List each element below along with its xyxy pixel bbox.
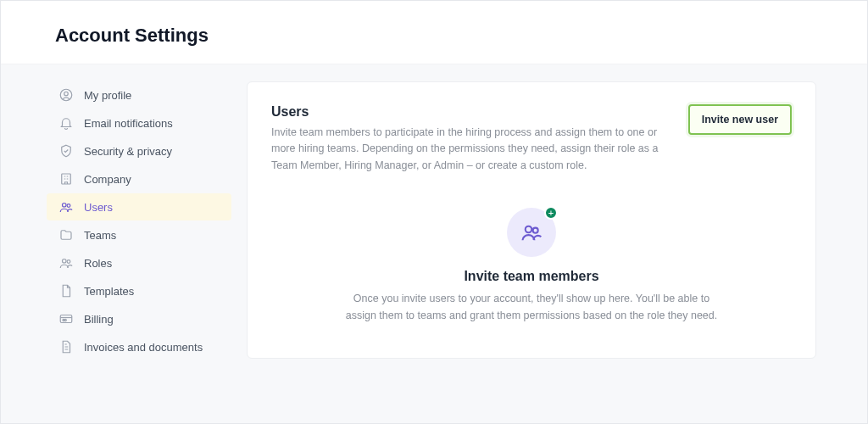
empty-state-description: Once you invite users to your account, t… bbox=[345, 291, 718, 324]
bell-icon bbox=[58, 115, 74, 131]
sidebar-item-company[interactable]: Company bbox=[47, 165, 231, 192]
sidebar-item-label: My profile bbox=[84, 89, 131, 102]
svg-point-4 bbox=[67, 204, 70, 208]
document-icon bbox=[58, 339, 74, 354]
settings-sidebar: My profile Email notifications Security … bbox=[1, 64, 238, 423]
users-icon bbox=[58, 255, 74, 271]
svg-rect-7 bbox=[60, 315, 72, 323]
empty-state-illustration: + bbox=[507, 208, 556, 257]
sidebar-item-invoices-documents[interactable]: Invoices and documents bbox=[47, 333, 231, 360]
sidebar-item-label: Roles bbox=[84, 257, 112, 270]
account-settings-page: Account Settings My profile Email notifi… bbox=[0, 0, 868, 424]
sidebar-item-label: Security & privacy bbox=[84, 145, 172, 158]
sidebar-item-email-notifications[interactable]: Email notifications bbox=[47, 109, 231, 137]
svg-point-9 bbox=[64, 319, 66, 321]
users-icon bbox=[520, 220, 543, 244]
sidebar-item-billing[interactable]: Billing bbox=[47, 305, 231, 332]
page-header: Account Settings bbox=[1, 1, 867, 64]
building-icon bbox=[58, 171, 74, 187]
sidebar-item-label: Users bbox=[84, 201, 113, 214]
users-card: Users Invite team members to participate… bbox=[247, 81, 816, 359]
sidebar-item-label: Invoices and documents bbox=[84, 341, 203, 354]
svg-point-1 bbox=[64, 92, 69, 96]
card-description: Invite team members to participate in th… bbox=[271, 125, 670, 174]
empty-state: + Invite team members Once you invite us… bbox=[271, 208, 792, 324]
sidebar-item-users[interactable]: Users bbox=[47, 193, 231, 220]
svg-point-3 bbox=[63, 204, 67, 208]
credit-card-icon bbox=[58, 311, 74, 326]
sidebar-item-security-privacy[interactable]: Security & privacy bbox=[47, 137, 231, 165]
plus-icon: + bbox=[544, 206, 558, 220]
user-circle-icon bbox=[58, 87, 74, 103]
sidebar-item-templates[interactable]: Templates bbox=[47, 277, 231, 304]
svg-point-6 bbox=[67, 260, 70, 264]
sidebar-item-label: Company bbox=[84, 173, 131, 186]
folder-icon bbox=[58, 227, 74, 243]
sidebar-item-label: Billing bbox=[84, 313, 114, 326]
main-content: Users Invite team members to participate… bbox=[238, 64, 867, 423]
card-header-text: Users Invite team members to participate… bbox=[271, 104, 670, 174]
svg-point-11 bbox=[533, 228, 538, 233]
card-title: Users bbox=[271, 104, 670, 120]
page-title: Account Settings bbox=[55, 25, 867, 47]
sidebar-item-label: Email notifications bbox=[84, 117, 173, 130]
page-body: My profile Email notifications Security … bbox=[1, 64, 867, 423]
card-header: Users Invite team members to participate… bbox=[271, 104, 792, 174]
sidebar-item-label: Teams bbox=[84, 229, 116, 242]
empty-state-title: Invite team members bbox=[271, 269, 792, 284]
svg-point-0 bbox=[60, 89, 72, 101]
svg-point-5 bbox=[63, 259, 67, 264]
sidebar-item-teams[interactable]: Teams bbox=[47, 221, 231, 248]
svg-point-10 bbox=[526, 226, 531, 232]
invite-new-user-button[interactable]: Invite new user bbox=[688, 104, 792, 135]
sidebar-item-label: Templates bbox=[84, 285, 134, 298]
users-icon bbox=[58, 199, 74, 215]
sidebar-item-roles[interactable]: Roles bbox=[47, 249, 231, 276]
file-icon bbox=[58, 283, 74, 298]
sidebar-list: My profile Email notifications Security … bbox=[47, 81, 238, 360]
shield-icon bbox=[58, 143, 74, 159]
sidebar-item-my-profile[interactable]: My profile bbox=[47, 81, 231, 109]
